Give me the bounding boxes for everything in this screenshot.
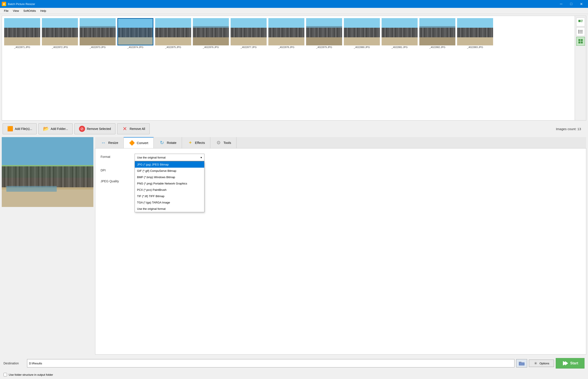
thumbnail-10[interactable]: _4022880.JPG [344,18,380,118]
dropdown-option-tga[interactable]: TGA (*.tga) TARGA Image [135,199,204,206]
thumbnail-5[interactable]: _4022875.JPG [155,18,191,118]
rotate-icon: ↻ [159,140,165,146]
tab-effects[interactable]: ✦ Effects [182,137,211,148]
menu-view[interactable]: View [11,8,21,13]
add-files-label: Add File(s)... [15,127,32,130]
close-button[interactable]: ✕ [576,0,586,8]
tab-rotate-label: Rotate [167,141,176,144]
format-dropdown-list: JPG (*.jpg) JPEG Bitmap GIF (*.gif) Comp… [135,161,204,212]
add-folder-label: Add Folder... [51,127,68,130]
folder-structure-text: Use folder structure in output folder [9,373,53,376]
maximize-button[interactable]: □ [566,0,576,8]
thumbnail-7[interactable]: _4022877.JPG [231,18,267,118]
dropdown-option-jpg[interactable]: JPG (*.jpg) JPEG Bitmap [135,161,204,168]
svg-rect-10 [578,39,580,41]
dropdown-option-bmp[interactable]: BMP (*.bmp) Windows Bitmap [135,174,204,180]
thumb-label-6: _4022876.JPG [203,46,219,48]
toolbar-view-icon[interactable] [576,18,585,26]
thumbnail-9[interactable]: _4022879.JPG [306,18,342,118]
convert-icon: 🔶 [129,140,135,146]
minimize-button[interactable]: ─ [556,0,566,8]
folder-structure-checkbox[interactable] [3,373,7,376]
thumbnail-8[interactable]: _4022878.JPG [268,18,304,118]
tab-resize[interactable]: ↔ Resize [95,137,124,148]
tabs-bar: ↔ Resize 🔶 Convert ↻ Rotate ✦ Effects ⚙ [95,137,586,148]
start-icon [562,361,568,366]
effects-icon: ✦ [187,140,193,146]
tab-tools[interactable]: ⚙ Tools [210,137,237,148]
svg-rect-11 [581,39,583,41]
toolbar-grid-icon[interactable] [576,37,585,46]
tab-rotate[interactable]: ↻ Rotate [154,137,182,148]
svg-rect-17 [519,364,524,364]
title-bar-controls: ─ □ ✕ [556,0,586,8]
format-dropdown-button[interactable]: Use the original format ▾ [135,154,204,161]
title-bar-left: 🖼 Batch Picture Resizer [2,2,35,6]
svg-rect-15 [519,362,521,363]
images-count: Images count: 13 [556,127,585,131]
settings-panel: ↔ Resize 🔶 Convert ↻ Rotate ✦ Effects ⚙ [95,137,586,355]
svg-rect-5 [580,30,583,31]
svg-rect-18 [519,364,524,365]
thumb-label-8: _4022878.JPG [278,46,294,48]
dropdown-option-png[interactable]: PNG (*.png) Portable Network Graphics [135,180,204,187]
start-button[interactable]: Start [556,358,585,368]
thumbnail-13[interactable]: _4022883.JPG [457,18,493,118]
app-icon: 🖼 [2,2,6,6]
browse-button[interactable] [516,359,527,367]
tools-icon: ⚙ [216,140,222,146]
destination-bar: Destination Options Start [2,356,586,370]
thumbnail-12[interactable]: _4022882.JPG [419,18,455,118]
menu-file[interactable]: File [2,8,11,13]
add-folder-button[interactable]: 📂 Add Folder... [38,123,73,134]
thumb-label-3: _4022873.JPG [90,46,106,48]
thumb-label-11: _4022881.JPG [392,46,407,48]
remove-selected-button[interactable]: ⊘ Remove Selected [75,123,116,134]
thumbnail-1[interactable]: _4022871.JPG [4,18,40,118]
tab-convert-label: Convert [137,141,148,145]
svg-rect-6 [578,31,579,32]
dropdown-value: Use the original format [137,156,166,159]
tab-convert[interactable]: 🔶 Convert [124,137,154,148]
add-file-icon: 🟧 [7,126,13,132]
dropdown-option-tif[interactable]: TIF (*.tif) TIFF Bitmap [135,193,204,199]
svg-rect-7 [580,32,583,32]
preview-panel [2,137,93,355]
thumb-label-5: _4022875.JPG [165,46,181,48]
svg-rect-1 [581,20,583,20]
image-panel: _4022871.JPG _4022872.JPG _4022873.JPG _… [2,16,586,121]
options-button[interactable]: Options [529,360,554,367]
action-bar: 🟧 Add File(s)... 📂 Add Folder... ⊘ Remov… [2,122,586,135]
remove-all-button[interactable]: ✕ Remove All [117,123,150,134]
toolbar-list-icon[interactable] [576,27,585,36]
svg-marker-21 [565,361,568,365]
folder-structure-label[interactable]: Use folder structure in output folder [3,373,585,376]
add-files-button[interactable]: 🟧 Add File(s)... [3,123,37,134]
destination-input[interactable] [27,359,514,367]
menu-softorbits[interactable]: SoftOrbits [21,8,38,13]
tab-effects-label: Effects [195,141,205,144]
thumb-label-1: _4022871.JPG [14,46,30,48]
format-dropdown-container: Use the original format ▾ JPG (*.jpg) JP… [135,154,581,161]
tab-resize-label: Resize [108,141,118,144]
dropdown-option-original[interactable]: Use the original format [135,206,204,212]
app-title: Batch Picture Resizer [8,2,35,6]
main-content: _4022871.JPG _4022872.JPG _4022873.JPG _… [0,14,588,379]
thumb-label-9: _4022879.JPG [316,46,332,48]
svg-rect-12 [578,42,580,44]
thumbnail-4[interactable]: _4022874.JPG [117,18,153,118]
checkbox-row: Use folder structure in output folder [2,372,586,377]
thumbnail-6[interactable]: _4022876.JPG [193,18,229,118]
tab-content-convert: Format Use the original format ▾ JPG (*.… [95,148,586,355]
svg-rect-13 [581,42,583,44]
title-bar: 🖼 Batch Picture Resizer ─ □ ✕ [0,0,588,8]
start-label: Start [570,361,578,365]
thumbnail-11[interactable]: _4022881.JPG [382,18,418,118]
thumb-label-10: _4022880.JPG [354,46,370,48]
thumbnail-2[interactable]: _4022872.JPG [42,18,78,118]
dropdown-option-gif[interactable]: GIF (*.gif) CompuServe Bitmap [135,168,204,174]
menu-help[interactable]: Help [38,8,48,13]
thumbnail-3[interactable]: _4022873.JPG [80,18,116,118]
dropdown-option-pcx[interactable]: PCX (*.pcx) PaintBrush [135,187,204,193]
right-toolbar [575,16,586,120]
